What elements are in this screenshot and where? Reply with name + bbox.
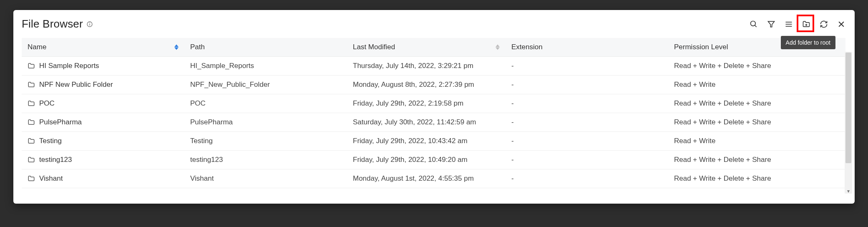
row-name: Testing: [39, 137, 62, 145]
row-last-modified: Friday, July 29th, 2022, 10:43:42 am: [353, 137, 468, 145]
row-last-modified: Monday, August 8th, 2022, 2:27:39 pm: [353, 81, 474, 88]
column-label: Name: [28, 43, 46, 51]
column-label: Path: [190, 43, 205, 51]
folder-icon: [28, 175, 35, 182]
refresh-icon[interactable]: [819, 19, 829, 29]
file-browser-panel: File Browser: [13, 10, 855, 204]
column-label: Extension: [511, 43, 543, 51]
row-name: testing123: [39, 156, 72, 164]
column-header-permission[interactable]: Permission Level: [668, 38, 845, 57]
column-header-name[interactable]: Name: [22, 38, 184, 57]
sort-indicator-icon: [496, 45, 500, 50]
page-title: File Browser: [22, 18, 83, 30]
column-header-path[interactable]: Path: [184, 38, 347, 57]
column-label: Permission Level: [674, 43, 728, 51]
row-last-modified: Thursday, July 14th, 2022, 3:29:21 pm: [353, 62, 473, 70]
row-extension: -: [511, 156, 514, 164]
panel-header: File Browser: [22, 18, 846, 30]
row-name: NPF New Public Folder: [39, 81, 113, 89]
folder-icon: [28, 119, 35, 126]
svg-marker-5: [768, 21, 775, 27]
folder-icon: [28, 156, 35, 164]
row-path: POC: [190, 99, 206, 107]
scrollbar-thumb[interactable]: [845, 53, 851, 163]
row-permission: Read + Write: [674, 137, 715, 145]
list-icon[interactable]: [784, 19, 794, 29]
add-folder-icon[interactable]: [801, 19, 811, 29]
row-path: PulsePharma: [190, 118, 233, 126]
folder-icon: [28, 137, 35, 145]
column-header-extension[interactable]: Extension: [506, 38, 668, 57]
row-last-modified: Saturday, July 30th, 2022, 11:42:59 am: [353, 118, 476, 126]
table-row[interactable]: PulsePharmaPulsePharmaSaturday, July 30t…: [22, 113, 845, 132]
row-extension: -: [511, 174, 514, 182]
row-permission: Read + Write + Delete + Share: [674, 156, 771, 164]
toolbar: Add folder to root: [749, 19, 846, 29]
table-row[interactable]: VishantVishantMonday, August 1st, 2022, …: [22, 169, 845, 188]
folder-icon: [28, 100, 35, 107]
row-permission: Read + Write: [674, 81, 715, 88]
row-name: HI Sample Reports: [39, 62, 99, 70]
row-path: NPF_New_Public_Folder: [190, 81, 270, 88]
row-name: PulsePharma: [39, 118, 82, 126]
table-row[interactable]: POCPOCFriday, July 29th, 2022, 2:19:58 p…: [22, 94, 845, 113]
row-path: Vishant: [190, 174, 214, 182]
column-label: Last Modified: [353, 43, 395, 51]
row-name: POC: [39, 99, 55, 108]
folder-icon: [28, 81, 35, 88]
row-extension: -: [511, 99, 514, 107]
svg-point-2: [89, 22, 90, 23]
table-row[interactable]: testing123testing123Friday, July 29th, 2…: [22, 151, 845, 169]
svg-line-4: [755, 25, 757, 27]
row-last-modified: Friday, July 29th, 2022, 10:49:20 am: [353, 156, 468, 164]
row-permission: Read + Write + Delete + Share: [674, 174, 771, 182]
scroll-down-icon[interactable]: ▾: [845, 188, 852, 194]
table-row[interactable]: NPF New Public FolderNPF_New_Public_Fold…: [22, 76, 845, 94]
row-path: HI_Sample_Reports: [190, 62, 254, 70]
row-permission: Read + Write + Delete + Share: [674, 99, 771, 107]
info-icon[interactable]: [86, 21, 93, 28]
file-table: Name Path Last Modified Extension Permis…: [22, 38, 845, 188]
sort-indicator-icon: [174, 45, 179, 50]
column-header-last-modified[interactable]: Last Modified: [347, 38, 506, 57]
row-permission: Read + Write + Delete + Share: [674, 62, 771, 70]
row-last-modified: Monday, August 1st, 2022, 4:55:35 pm: [353, 174, 474, 182]
row-extension: -: [511, 62, 514, 70]
row-name: Vishant: [39, 174, 63, 183]
filter-icon[interactable]: [766, 19, 776, 29]
close-icon[interactable]: [836, 19, 846, 29]
scrollbar[interactable]: ▴ ▾: [845, 52, 852, 194]
table-header-row: Name Path Last Modified Extension Permis…: [22, 38, 845, 57]
search-icon[interactable]: [749, 19, 759, 29]
row-permission: Read + Write + Delete + Share: [674, 118, 771, 126]
table-row[interactable]: HI Sample ReportsHI_Sample_ReportsThursd…: [22, 57, 845, 76]
row-extension: -: [511, 81, 514, 88]
row-path: testing123: [190, 156, 223, 164]
svg-point-3: [751, 21, 756, 26]
row-last-modified: Friday, July 29th, 2022, 2:19:58 pm: [353, 99, 463, 107]
row-extension: -: [511, 118, 514, 126]
folder-icon: [28, 62, 35, 70]
row-path: Testing: [190, 137, 213, 145]
table-row[interactable]: TestingTestingFriday, July 29th, 2022, 1…: [22, 132, 845, 151]
row-extension: -: [511, 137, 514, 145]
